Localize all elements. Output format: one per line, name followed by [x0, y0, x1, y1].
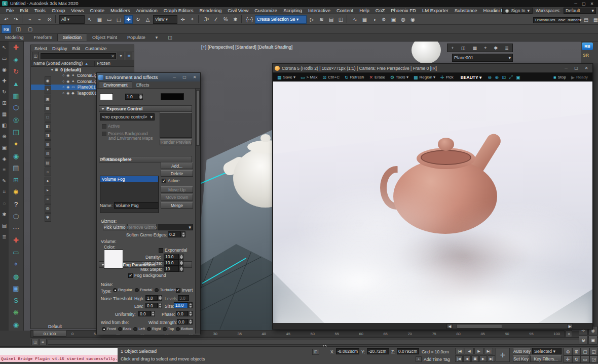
exposure-control-rollout[interactable]: Exposure Control: [99, 105, 192, 112]
side-toolbar-icon[interactable]: ▣: [45, 95, 51, 103]
toolbar-button[interactable]: ✛: [178, 15, 187, 24]
left-dock-icon[interactable]: ◫: [9, 126, 23, 138]
add-time-tag[interactable]: Add Time Tag: [424, 357, 450, 362]
ribbon-tab[interactable]: ▾: [151, 34, 163, 41]
time-tag-icon[interactable]: +: [416, 356, 422, 362]
corona-toolbar-button[interactable]: ⊡Ctrl+C: [320, 73, 342, 81]
left-dock-icon[interactable]: ▤: [9, 162, 23, 174]
toolbar-button[interactable]: ↖: [86, 15, 94, 24]
corona-render-button[interactable]: ■Stop: [551, 73, 569, 81]
left-dock-icon[interactable]: S: [9, 295, 23, 307]
side-toolbar-icon[interactable]: ◧: [45, 122, 51, 131]
size-field[interactable]: 10.0: [174, 302, 188, 308]
trackbar-button[interactable]: ≣: [39, 339, 47, 345]
corona-toolbar-button[interactable]: ↻Refresh: [342, 73, 367, 81]
layer-footer-label[interactable]: Default: [48, 324, 62, 329]
left-dock-icon[interactable]: ⋯: [9, 222, 23, 234]
toolbar-button[interactable]: ▭: [105, 15, 114, 24]
maximize-button[interactable]: ▢: [580, 1, 588, 7]
toolbar-button[interactable]: ⚙: [380, 15, 388, 24]
toolbar-button[interactable]: ◑: [370, 15, 379, 24]
effect-name-field[interactable]: Volume Fog: [114, 202, 159, 209]
dialog-maximize-button[interactable]: ▢: [180, 74, 189, 80]
floating-toolbar-icon[interactable]: +: [451, 46, 454, 51]
move-up-button[interactable]: Move Up: [161, 186, 193, 193]
floating-toolbar-icon[interactable]: ⌖: [484, 45, 487, 51]
trackbar-button[interactable]: ◫: [31, 339, 39, 345]
left-dock-icon[interactable]: ◉: [9, 150, 23, 162]
viewport-nav-button[interactable]: ✛: [564, 355, 572, 363]
corona-toolbar-button[interactable]: ⚙Tools ▾: [388, 73, 411, 81]
delete-effect-button[interactable]: Delete: [161, 170, 193, 177]
menu-item[interactable]: Animation: [133, 8, 161, 13]
viewport-nav-button[interactable]: ↻: [572, 355, 581, 363]
ribbon-tab[interactable]: Selection: [57, 33, 87, 41]
toolbar-button[interactable]: View ▾: [153, 15, 177, 24]
left-strip-icon[interactable]: ▤: [1, 220, 8, 231]
toolbar-button[interactable]: [241, 15, 244, 23]
sign-in-button[interactable]: ◉ Sign In ▾: [502, 8, 533, 14]
move-down-button[interactable]: Move Down: [161, 194, 193, 200]
effect-list-item[interactable]: Volume Fog: [100, 176, 158, 182]
viewport-nav-button[interactable]: ▭: [581, 355, 589, 363]
menu-item[interactable]: Phoenix FD: [388, 8, 419, 13]
toolbar-button[interactable]: ▦: [95, 15, 104, 24]
auto-key-button[interactable]: Auto Key: [513, 348, 531, 354]
left-dock-icon[interactable]: ◎: [9, 114, 23, 126]
set-key-button[interactable]: Set Key: [513, 355, 529, 362]
rb-badge[interactable]: RB: [582, 43, 593, 50]
level-field[interactable]: 1.0: [125, 94, 138, 100]
left-strip-icon[interactable]: ↻: [1, 86, 8, 97]
left-strip-icon[interactable]: ≣: [1, 231, 8, 242]
toolbar-button[interactable]: ⬚: [115, 15, 123, 24]
ribbon-tab[interactable]: Freeform: [29, 34, 58, 41]
density-field[interactable]: 10.0: [164, 254, 179, 260]
menu-item[interactable]: Views: [68, 8, 87, 13]
toolbar-button[interactable]: ↻: [134, 15, 142, 24]
minimize-button[interactable]: ─: [572, 1, 580, 7]
corona-toolbar-button[interactable]: ▩Region ▾: [411, 73, 438, 81]
uniformity-spinner[interactable]: [151, 311, 155, 316]
display-mode-icon[interactable]: ◫: [32, 52, 39, 60]
left-dock-icon[interactable]: ↻: [9, 66, 23, 78]
ambient-color-swatch[interactable]: [161, 93, 184, 100]
left-dock-icon[interactable]: ⊞: [9, 174, 23, 186]
left-dock-icon[interactable]: ✦: [9, 138, 23, 150]
toolbar-button[interactable]: ↶: [2, 15, 11, 24]
toolbar-button[interactable]: ◫: [14, 25, 23, 33]
toolbar-button[interactable]: All ▾: [59, 15, 85, 24]
left-dock-icon[interactable]: ?: [9, 198, 23, 210]
scrollbar-thumb[interactable]: [457, 324, 502, 329]
toolbar-button[interactable]: ▣: [389, 15, 398, 24]
isolate-toggle-icon[interactable]: ◫: [312, 349, 319, 355]
wind-strength-spinner[interactable]: [188, 319, 193, 325]
left-dock-icon[interactable]: ◉: [9, 318, 23, 331]
pick-gizmo-button[interactable]: Pick Gizmo: [103, 224, 126, 230]
side-toolbar-icon[interactable]: ▸: [45, 186, 51, 194]
radio-option[interactable]: Front: [102, 327, 116, 331]
workspace-combo[interactable]: Default ▾: [564, 8, 596, 14]
x-coordinate-field[interactable]: -8.0828cm: [336, 348, 359, 354]
radio-option[interactable]: Regular: [113, 288, 132, 292]
side-toolbar-icon[interactable]: ◍: [45, 204, 51, 213]
effect-active-checkbox[interactable]: Active: [162, 178, 179, 183]
corona-toolbar-button[interactable]: ▦Save ▾: [275, 73, 298, 81]
toolbar-button[interactable]: ▢: [26, 25, 34, 33]
transport-button[interactable]: ◀: [463, 355, 471, 362]
toolbar-button[interactable]: 3³: [202, 15, 211, 24]
trackbar-track[interactable]: [48, 340, 596, 345]
left-strip-icon[interactable]: ▣: [1, 142, 8, 153]
dialog-minimize-button[interactable]: ─: [170, 74, 178, 80]
left-strip-icon[interactable]: ▭: [1, 53, 8, 64]
transport-button[interactable]: ▶: [479, 355, 487, 362]
radio-option[interactable]: Top: [163, 327, 174, 331]
zoom-icon[interactable]: ⤢: [507, 74, 514, 80]
toolbar-button[interactable]: [22, 15, 24, 23]
step-size-field[interactable]: 10.0: [164, 260, 179, 266]
search-input[interactable]: ✕: [41, 53, 116, 59]
corona-toolbar-button[interactable]: ▭> Max: [298, 73, 320, 81]
left-dock-icon[interactable]: ◍: [9, 270, 23, 282]
y-coordinate-field[interactable]: -20.72cm: [367, 348, 389, 354]
maxscript-listener-line1[interactable]: [0, 348, 118, 355]
merge-button[interactable]: Merge: [161, 202, 193, 209]
